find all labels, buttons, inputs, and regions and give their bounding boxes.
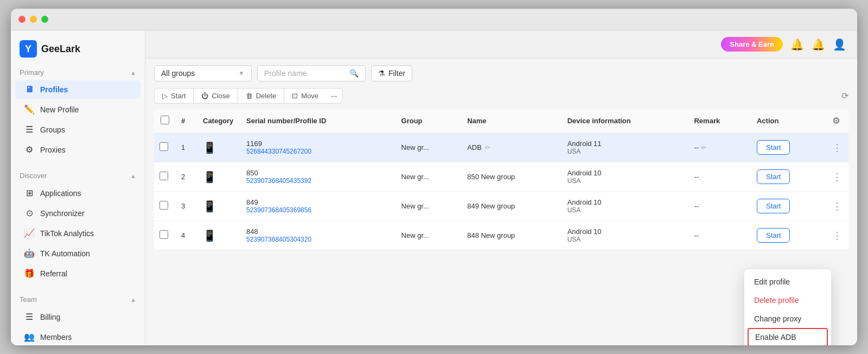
- row-name: 848 New group: [462, 221, 562, 250]
- sidebar-item-synchronizer[interactable]: ⊙ Synchronizer: [15, 204, 141, 223]
- delete-icon: 🗑: [246, 92, 253, 100]
- chevron-down-icon: ▼: [238, 69, 245, 77]
- start-label: Start: [171, 92, 186, 100]
- row-more: ⋮: [827, 221, 848, 250]
- edit-remark-icon[interactable]: ✏: [701, 144, 706, 151]
- sidebar-item-new-profile[interactable]: ✏️ New Profile: [15, 100, 141, 119]
- serial-number: 849: [246, 198, 391, 206]
- synchronizer-icon: ⊙: [24, 208, 35, 218]
- start-row-button[interactable]: Start: [757, 140, 790, 155]
- row-checkbox-3[interactable]: [159, 201, 168, 210]
- context-menu-edit-profile[interactable]: Edit profile: [744, 273, 831, 291]
- groups-select[interactable]: All groups ▼: [154, 65, 252, 81]
- serial-number: 1169: [246, 140, 391, 148]
- start-row-button[interactable]: Start: [757, 228, 790, 243]
- more-actions-button[interactable]: ···: [326, 88, 343, 104]
- table-settings-icon[interactable]: ⚙: [832, 116, 840, 125]
- delete-button[interactable]: 🗑 Delete: [238, 88, 284, 104]
- titlebar: [11, 9, 857, 30]
- device-os: Android 10: [567, 198, 684, 206]
- row-remark: -- ✏: [688, 133, 751, 162]
- context-menu-delete-profile[interactable]: Delete profile: [744, 291, 831, 309]
- sidebar-item-referral-label: Referral: [40, 269, 67, 278]
- filter-icon: ⚗: [378, 69, 385, 78]
- row-more: ⋮: [827, 133, 848, 162]
- table-row: 3 📱 849 523907368405369856 New gr... 849…: [154, 192, 848, 221]
- sidebar-item-billing-label: Billing: [40, 313, 60, 321]
- table-row: 1 📱 1169 526844330745267200 New gr... AD…: [154, 133, 848, 162]
- share-earn-button[interactable]: Share & Earn: [721, 37, 783, 52]
- sidebar-item-groups[interactable]: ☰ Groups: [15, 120, 141, 139]
- sidebar-item-applications[interactable]: ⊞ Applications: [15, 184, 141, 203]
- notification-bell-icon[interactable]: 🔔: [790, 38, 804, 51]
- row-checkbox-4[interactable]: [159, 230, 168, 239]
- sidebar-section-team[interactable]: Team ▲: [11, 292, 145, 307]
- sidebar-item-members[interactable]: 👥 Members: [15, 327, 141, 345]
- row-category: 📱: [197, 221, 241, 250]
- row-more: ⋮: [827, 192, 848, 221]
- action-bar: ▷ Start ⏻ Close 🗑 Delete ⊡ Move ··· ⟳: [145, 88, 857, 109]
- row-checkbox-2[interactable]: [159, 172, 168, 180]
- close-action-button[interactable]: ⏻ Close: [193, 88, 237, 104]
- search-input[interactable]: Profile name 🔍: [257, 65, 366, 81]
- select-all-checkbox[interactable]: [161, 116, 169, 124]
- start-row-button[interactable]: Start: [757, 199, 790, 213]
- start-button[interactable]: ▷ Start: [154, 88, 193, 104]
- row-more-button[interactable]: ⋮: [832, 230, 842, 242]
- table-row: 4 📱 848 523907368405304320 New gr... 848…: [154, 221, 848, 250]
- profiles-icon: 🖥: [24, 85, 35, 94]
- sidebar-item-new-profile-label: New Profile: [40, 105, 79, 114]
- serial-number: 848: [246, 227, 391, 236]
- context-menu-change-proxy[interactable]: Change proxy: [744, 309, 831, 328]
- context-menu-enable-adb[interactable]: Enable ADB: [748, 328, 828, 345]
- refresh-icon[interactable]: ⟳: [841, 91, 848, 101]
- main-window: Y GeeLark Primary ▲ 🖥 Profiles ✏️ New Pr…: [11, 9, 857, 345]
- close-button[interactable]: [18, 16, 25, 23]
- row-more-button[interactable]: ⋮: [832, 200, 842, 212]
- search-placeholder: Profile name: [264, 69, 307, 78]
- sidebar-item-tk-automation[interactable]: 🤖 TK Automation: [15, 244, 141, 263]
- move-button[interactable]: ⊡ Move: [284, 88, 326, 104]
- chevron-up-icon-2: ▲: [130, 173, 136, 179]
- row-group: New gr...: [396, 221, 462, 250]
- applications-icon: ⊞: [24, 188, 35, 198]
- row-serial: 850 523907368405435392: [241, 162, 396, 192]
- sidebar-item-billing[interactable]: ☰ Billing: [15, 307, 141, 326]
- profile-id: 523907368405369856: [246, 206, 391, 214]
- user-profile-icon[interactable]: 👤: [833, 38, 846, 51]
- tk-automation-icon: 🤖: [24, 248, 35, 258]
- row-checkbox-1[interactable]: [159, 142, 168, 151]
- row-number: 1: [176, 133, 197, 162]
- row-serial: 848 523907368405304320: [241, 221, 396, 250]
- sidebar-item-tk-automation-label: TK Automation: [40, 249, 90, 258]
- row-action: Start: [751, 192, 827, 221]
- header-bar: Share & Earn 🔔 🔔 👤: [145, 30, 857, 59]
- sidebar-section-discover-label: Discover: [20, 172, 47, 180]
- sidebar-section-primary[interactable]: Primary ▲: [11, 65, 145, 80]
- share-earn-label: Share & Earn: [730, 40, 774, 48]
- row-action: Start: [751, 133, 827, 162]
- groups-select-label: All groups: [161, 69, 195, 78]
- device-os: Android 11: [567, 140, 684, 148]
- row-number: 3: [176, 192, 197, 221]
- edit-name-icon[interactable]: ✏: [485, 144, 490, 151]
- toolbar: All groups ▼ Profile name 🔍 ⚗ Filter: [145, 59, 857, 88]
- row-serial: 1169 526844330745267200: [241, 133, 396, 162]
- sidebar-item-profiles[interactable]: 🖥 Profiles: [15, 80, 141, 99]
- minimize-button[interactable]: [30, 16, 37, 23]
- row-more-button[interactable]: ⋮: [832, 142, 842, 154]
- sidebar-item-proxies[interactable]: ⚙ Proxies: [15, 140, 141, 159]
- maximize-button[interactable]: [41, 16, 48, 23]
- row-more-button[interactable]: ⋮: [832, 171, 842, 183]
- row-remark: --: [688, 221, 751, 250]
- row-number: 4: [176, 221, 197, 250]
- sidebar-item-referral[interactable]: 🎁 Referral: [15, 264, 141, 283]
- start-row-button[interactable]: Start: [757, 169, 790, 184]
- filter-button[interactable]: ⚗ Filter: [371, 65, 412, 81]
- row-device: Android 10 USA: [562, 162, 689, 192]
- row-name: 849 New group: [462, 192, 562, 221]
- bell-icon[interactable]: 🔔: [812, 38, 825, 51]
- sidebar-section-discover[interactable]: Discover ▲: [11, 168, 145, 183]
- sidebar-item-tiktok-analytics[interactable]: 📈 TikTok Analytics: [15, 224, 141, 243]
- move-label: Move: [301, 92, 318, 100]
